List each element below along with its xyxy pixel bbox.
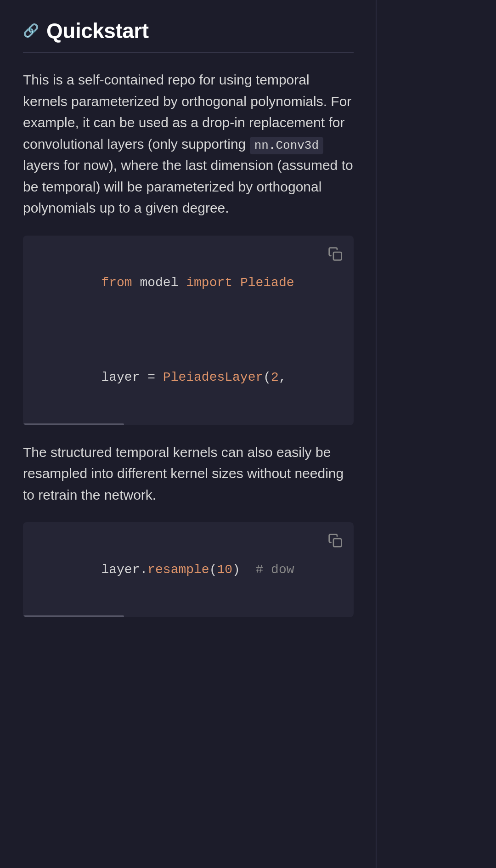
keyword-import: import bbox=[186, 276, 232, 290]
copy-button-2[interactable] bbox=[326, 531, 344, 551]
page-title: Quickstart bbox=[46, 18, 149, 43]
desc1-cont-text: layers for now), where the last dimensio… bbox=[23, 158, 353, 215]
code-block-2: layer.resample(10) # dow bbox=[23, 522, 354, 617]
inline-code-conv3d: nn.Conv3d bbox=[250, 137, 323, 154]
fn-pleiade: Pleiade bbox=[240, 276, 294, 290]
code-comment: # dow bbox=[256, 563, 294, 577]
code-plain-1: model bbox=[132, 276, 186, 290]
copy-button-1[interactable] bbox=[326, 245, 344, 265]
code-number-2: 2 bbox=[271, 370, 279, 384]
code-number-10: 10 bbox=[217, 563, 232, 577]
keyword-from: from bbox=[101, 276, 132, 290]
code-line-2 bbox=[39, 319, 337, 341]
svg-rect-0 bbox=[333, 252, 341, 260]
content-area: 🔗 Quickstart This is a self-contained re… bbox=[0, 0, 377, 661]
code-plain-3: layer = bbox=[101, 370, 163, 384]
svg-rect-1 bbox=[333, 539, 341, 547]
code-plain-4: ( bbox=[263, 370, 271, 384]
fn-pleiadeslayer: PleiadesLayer bbox=[163, 370, 263, 384]
code-plain-2 bbox=[232, 276, 240, 290]
section-divider bbox=[23, 52, 354, 53]
fn-resample: resample bbox=[147, 563, 209, 577]
page-container: 🔗 Quickstart This is a self-contained re… bbox=[0, 0, 496, 868]
code-plain-5: , bbox=[279, 370, 287, 384]
scrollbar-indicator-2[interactable] bbox=[23, 615, 124, 617]
scrollbar-indicator-1[interactable] bbox=[23, 423, 124, 425]
code-line-3: layer = PleiadesLayer(2, bbox=[39, 345, 337, 411]
description-paragraph-1: This is a self-contained repo for using … bbox=[23, 69, 354, 219]
link-icon: 🔗 bbox=[23, 24, 39, 37]
code-line-1: from model import Pleiade bbox=[39, 250, 337, 316]
code-plain-6: layer. bbox=[101, 563, 147, 577]
code-plain-8: ) bbox=[232, 563, 255, 577]
code-line-4: layer.resample(10) # dow bbox=[39, 537, 337, 603]
copy-icon-2 bbox=[328, 533, 343, 548]
description-paragraph-2: The structured temporal kernels can also… bbox=[23, 442, 354, 506]
copy-icon-1 bbox=[328, 247, 343, 261]
code-plain-7: ( bbox=[209, 563, 217, 577]
code-block-1: from model import Pleiade layer = Pleiad… bbox=[23, 236, 354, 425]
section-header: 🔗 Quickstart bbox=[23, 18, 354, 43]
